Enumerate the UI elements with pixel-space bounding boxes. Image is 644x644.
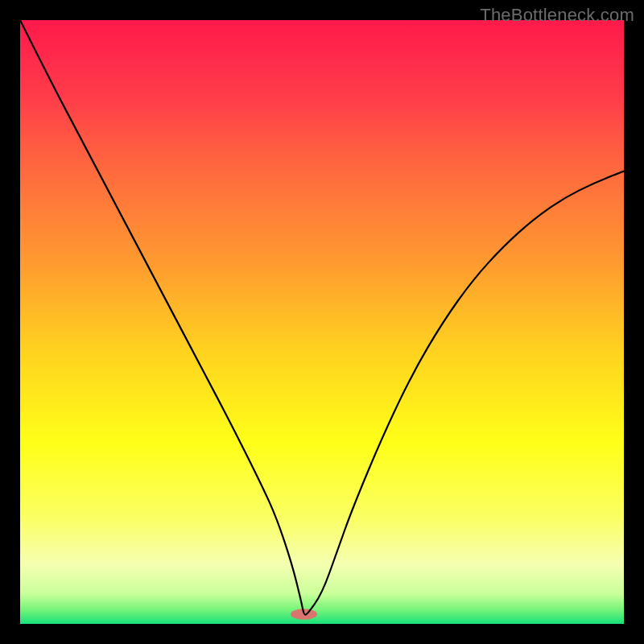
chart-svg — [20, 20, 624, 624]
gradient-background — [20, 20, 624, 624]
plot-area — [20, 20, 624, 624]
watermark-text: TheBottleneck.com — [480, 5, 634, 26]
chart-frame: TheBottleneck.com — [0, 0, 644, 644]
